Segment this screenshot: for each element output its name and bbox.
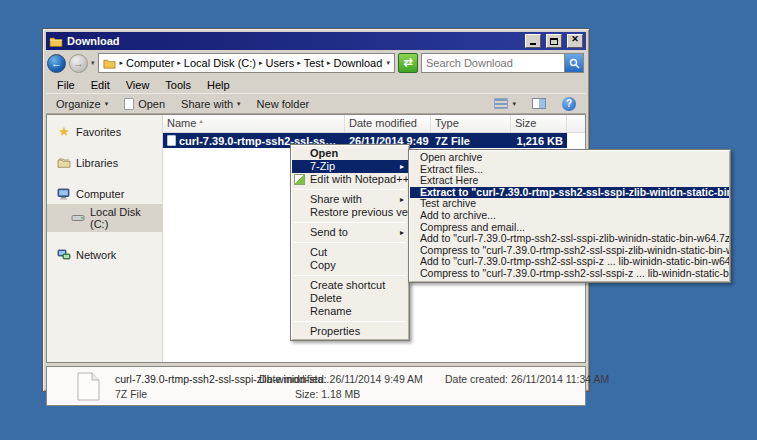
chevron-down-icon: ▾	[512, 100, 516, 108]
context-menu-item-open[interactable]: Open	[292, 147, 408, 160]
context-menu-item-copy[interactable]: Copy	[292, 259, 408, 272]
views-icon	[494, 98, 508, 109]
submenu-item-compress-and-email[interactable]: Compress and email...	[410, 222, 729, 234]
back-button[interactable]: ←	[47, 54, 66, 73]
sidebar-item-local-disk-c[interactable]: Local Disk (C:)	[47, 204, 162, 232]
breadcrumb-local-disk-c[interactable]: Local Disk (C:)	[184, 57, 256, 69]
desktop: Download ✕ ← → ▾ ▸ Computer ▸ Local Disk…	[0, 0, 757, 440]
context-menu: Open 7-Zip ▸ Edit with Notepad++ Share w…	[290, 144, 410, 341]
maximize-button[interactable]	[546, 34, 562, 48]
chevron-down-icon: ▾	[105, 100, 109, 108]
context-menu-item-delete[interactable]: Delete	[292, 292, 408, 305]
breadcrumb-test[interactable]: Test	[304, 57, 324, 69]
breadcrumb-separator-icon[interactable]: ▸	[120, 59, 124, 67]
menu-separator	[294, 242, 406, 243]
menu-bar: File Edit View Tools Help	[46, 76, 586, 93]
command-toolbar: Organize▾ Open Share with▾ New folder ▾ …	[46, 93, 586, 114]
submenu-item-add-to-zip[interactable]: Add to "curl-7.39.0-rtmp-ssh2-ssl-sspi-z…	[410, 256, 729, 268]
sidebar-item-libraries[interactable]: Libraries	[47, 154, 162, 171]
submenu-item-compress-to-zip-and-email[interactable]: Compress to "curl-7.39.0-rtmp-ssh2-ssl-s…	[410, 268, 729, 280]
search-input[interactable]	[422, 55, 564, 71]
star-icon: ★	[57, 125, 71, 138]
search-box	[421, 53, 584, 73]
submenu-arrow-icon: ▸	[400, 160, 404, 173]
context-menu-item-7zip[interactable]: 7-Zip ▸	[292, 160, 408, 173]
breadcrumb-computer[interactable]: Computer	[126, 57, 174, 69]
menu-help[interactable]: Help	[200, 78, 237, 92]
new-folder-button[interactable]: New folder	[250, 96, 317, 112]
menu-edit[interactable]: Edit	[84, 78, 117, 92]
preview-pane-button[interactable]	[525, 96, 553, 111]
submenu-item-compress-to-7z-and-email[interactable]: Compress to "curl-7.39.0-rtmp-ssh2-ssl-s…	[410, 245, 729, 257]
menu-file[interactable]: File	[50, 78, 82, 92]
submenu-item-extract-here[interactable]: Extract Here	[410, 175, 729, 187]
address-dropdown-icon[interactable]: ▾	[386, 59, 390, 67]
context-menu-item-share-with[interactable]: Share with ▸	[292, 193, 408, 206]
chevron-down-icon: ▾	[237, 100, 241, 108]
preview-pane-icon	[532, 98, 546, 109]
breadcrumb-users[interactable]: Users	[265, 57, 294, 69]
context-menu-item-send-to[interactable]: Send to ▸	[292, 226, 408, 239]
column-header-name[interactable]: Name ▴	[163, 115, 345, 132]
address-bar[interactable]: ▸ Computer ▸ Local Disk (C:) ▸ Users ▸ T…	[98, 53, 395, 73]
breadcrumb-separator-icon[interactable]: ▸	[297, 59, 301, 67]
context-menu-item-properties[interactable]: Properties	[292, 325, 408, 338]
submenu-arrow-icon: ▸	[400, 193, 404, 206]
submenu-item-test-archive[interactable]: Test archive	[410, 198, 729, 210]
help-icon: ?	[562, 97, 576, 111]
context-menu-item-edit-with-notepadpp[interactable]: Edit with Notepad++	[292, 173, 408, 186]
column-header-type[interactable]: Type	[431, 115, 511, 132]
sidebar-item-network[interactable]: Network	[47, 246, 162, 263]
context-menu-item-rename[interactable]: Rename	[292, 305, 408, 318]
folder-icon	[103, 57, 117, 70]
submenu-item-add-to-archive[interactable]: Add to archive...	[410, 210, 729, 222]
menu-separator	[294, 189, 406, 190]
sort-ascending-icon: ▴	[199, 118, 202, 124]
title-bar[interactable]: Download ✕	[46, 32, 586, 50]
window-title: Download	[67, 35, 520, 47]
refresh-button[interactable]: ⇄	[398, 53, 418, 73]
column-header-date-modified[interactable]: Date modified	[345, 115, 431, 132]
change-view-button[interactable]: ▾	[487, 96, 523, 111]
submenu-arrow-icon: ▸	[400, 226, 404, 239]
network-icon	[57, 248, 71, 261]
search-button[interactable]	[564, 54, 583, 72]
breadcrumb-separator-icon[interactable]: ▸	[177, 59, 181, 67]
forward-button[interactable]: →	[69, 54, 88, 73]
submenu-item-extract-files[interactable]: Extract files...	[410, 164, 729, 176]
sidebar-item-favorites[interactable]: ★ Favorites	[47, 123, 162, 140]
menu-tools[interactable]: Tools	[158, 78, 198, 92]
organize-button[interactable]: Organize▾	[49, 96, 115, 112]
navigation-pane: ★ Favorites Libraries Computer	[47, 115, 163, 362]
menu-view[interactable]: View	[119, 78, 157, 92]
context-menu-item-create-shortcut[interactable]: Create shortcut	[292, 279, 408, 292]
file-icon-large	[77, 372, 100, 401]
share-with-button[interactable]: Share with▾	[174, 96, 248, 112]
column-header-size[interactable]: Size	[511, 115, 567, 132]
folder-icon	[49, 35, 63, 48]
open-button[interactable]: Open	[117, 96, 172, 112]
details-size: Size: 1.18 MB	[295, 388, 360, 400]
sidebar-item-computer[interactable]: Computer	[47, 185, 162, 202]
details-date-modified: Date modified: 26/11/2014 9:49 AM	[259, 373, 423, 385]
context-menu-item-cut[interactable]: Cut	[292, 246, 408, 259]
submenu-item-open-archive[interactable]: Open archive	[410, 152, 729, 164]
submenu-item-add-to-7z[interactable]: Add to "curl-7.39.0-rtmp-ssh2-ssl-sspi-z…	[410, 233, 729, 245]
breadcrumb-separator-icon[interactable]: ▸	[259, 59, 263, 67]
minimize-button[interactable]	[525, 34, 541, 48]
breadcrumb-download[interactable]: Download	[333, 57, 382, 69]
column-headers: Name ▴ Date modified Type Size	[163, 115, 585, 133]
breadcrumb-separator-icon[interactable]: ▸	[327, 59, 331, 67]
menu-separator	[294, 275, 406, 276]
details-file-type: 7Z File	[115, 388, 147, 400]
libraries-icon	[57, 156, 71, 169]
notepad-plus-plus-icon	[294, 174, 305, 185]
help-button[interactable]: ?	[555, 95, 583, 113]
context-menu-item-restore-previous-versions[interactable]: Restore previous versions	[292, 206, 408, 219]
computer-icon	[57, 187, 71, 200]
file-icon	[124, 98, 134, 110]
close-button[interactable]: ✕	[567, 34, 583, 48]
submenu-item-extract-to-folder[interactable]: Extract to "curl-7.39.0-rtmp-ssh2-ssl-ss…	[410, 187, 729, 199]
search-icon	[569, 58, 580, 69]
nav-history-dropdown-icon[interactable]: ▾	[91, 59, 95, 67]
